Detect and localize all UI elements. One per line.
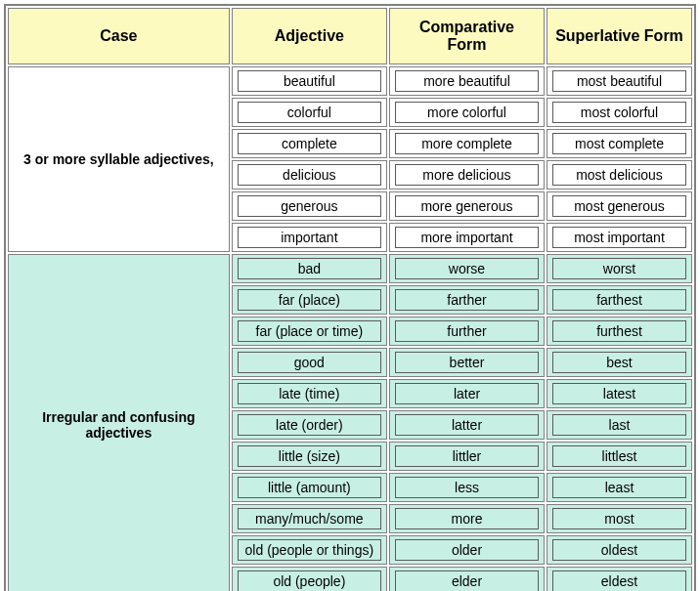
adjective-cell: little (size) xyxy=(232,442,387,471)
adjective-value: generous xyxy=(238,195,381,217)
comparative-value: farther xyxy=(395,289,539,311)
superlative-cell: most delicious xyxy=(547,160,692,190)
comparative-value: further xyxy=(395,320,539,342)
adjective-value: little (amount) xyxy=(238,477,381,498)
adjective-value: late (time) xyxy=(238,383,381,404)
comparative-value: better xyxy=(395,352,539,373)
adjective-cell: old (people or things) xyxy=(232,535,387,565)
superlative-cell: most xyxy=(547,504,692,533)
comparative-value: older xyxy=(395,539,539,561)
comparative-value: more complete xyxy=(395,133,539,154)
superlative-cell: furthest xyxy=(547,317,692,346)
superlative-value: most delicious xyxy=(552,164,686,186)
comparative-cell: farther xyxy=(389,285,545,315)
superlative-value: worst xyxy=(552,258,686,279)
comparative-cell: more important xyxy=(389,223,545,252)
adjective-cell: beautiful xyxy=(232,66,387,96)
superlative-value: least xyxy=(552,477,686,498)
comparative-cell: littler xyxy=(389,442,545,471)
comparative-cell: more delicious xyxy=(389,160,545,190)
superlative-value: most important xyxy=(552,227,686,248)
adjective-value: old (people or things) xyxy=(238,539,381,561)
superlative-cell: least xyxy=(547,473,692,502)
adjective-forms-table: Case Adjective Comparative Form Superlat… xyxy=(4,4,696,591)
adjective-value: beautiful xyxy=(238,70,381,92)
adjective-value: late (order) xyxy=(238,414,381,436)
superlative-value: furthest xyxy=(552,320,686,342)
table-row: Irregular and confusing adjectivesbadwor… xyxy=(8,254,692,283)
superlative-cell: worst xyxy=(547,254,692,283)
adjective-cell: far (place) xyxy=(232,285,387,315)
adjective-cell: generous xyxy=(232,191,387,221)
adjective-cell: important xyxy=(232,223,387,252)
superlative-value: latest xyxy=(552,383,686,404)
superlative-cell: last xyxy=(547,410,692,440)
adjective-value: complete xyxy=(238,133,381,154)
adjective-cell: little (amount) xyxy=(232,473,387,502)
adjective-value: colorful xyxy=(238,102,381,123)
header-superlative: Superlative Form xyxy=(547,8,692,64)
adjective-cell: late (time) xyxy=(232,379,387,408)
superlative-cell: best xyxy=(547,348,692,377)
comparative-cell: better xyxy=(389,348,545,377)
superlative-value: most colorful xyxy=(552,102,686,123)
adjective-value: bad xyxy=(238,258,381,279)
superlative-value: eldest xyxy=(552,570,686,591)
header-adjective: Adjective xyxy=(232,8,387,64)
superlative-cell: latest xyxy=(547,379,692,408)
adjective-cell: old (people) xyxy=(232,567,387,591)
comparative-value: more important xyxy=(395,227,539,248)
comparative-cell: more colorful xyxy=(389,98,545,127)
superlative-cell: most colorful xyxy=(547,98,692,127)
superlative-value: littlest xyxy=(552,445,686,467)
adjective-value: important xyxy=(238,227,381,248)
adjective-cell: bad xyxy=(232,254,387,283)
comparative-value: less xyxy=(395,477,539,498)
case-label: Irregular and confusing adjectives xyxy=(8,254,230,591)
superlative-value: most generous xyxy=(552,195,686,217)
superlative-value: oldest xyxy=(552,539,686,561)
superlative-value: most beautiful xyxy=(552,70,686,92)
comparative-value: latter xyxy=(395,414,539,436)
comparative-cell: more xyxy=(389,504,545,533)
comparative-value: elder xyxy=(395,570,539,591)
comparative-value: littler xyxy=(395,445,539,467)
adjective-cell: complete xyxy=(232,129,387,158)
superlative-value: most complete xyxy=(552,133,686,154)
superlative-value: best xyxy=(552,352,686,373)
comparative-cell: more complete xyxy=(389,129,545,158)
superlative-cell: most important xyxy=(547,223,692,252)
superlative-value: farthest xyxy=(552,289,686,311)
header-case: Case xyxy=(8,8,230,64)
adjective-cell: many/much/some xyxy=(232,504,387,533)
comparative-cell: more beautiful xyxy=(389,66,545,96)
adjective-value: far (place or time) xyxy=(238,320,381,342)
superlative-cell: eldest xyxy=(547,567,692,591)
superlative-cell: most generous xyxy=(547,191,692,221)
adjective-value: delicious xyxy=(238,164,381,186)
superlative-cell: most complete xyxy=(547,129,692,158)
comparative-cell: worse xyxy=(389,254,545,283)
comparative-value: later xyxy=(395,383,539,404)
adjective-value: many/much/some xyxy=(238,508,381,529)
superlative-cell: farthest xyxy=(547,285,692,315)
comparative-value: more xyxy=(395,508,539,529)
header-comparative: Comparative Form xyxy=(389,8,545,64)
comparative-cell: later xyxy=(389,379,545,408)
superlative-value: last xyxy=(552,414,686,436)
case-label: 3 or more syllable adjectives, xyxy=(8,66,230,252)
comparative-cell: elder xyxy=(389,567,545,591)
adjective-cell: good xyxy=(232,348,387,377)
adjective-cell: delicious xyxy=(232,160,387,190)
comparative-value: worse xyxy=(395,258,539,279)
adjective-cell: far (place or time) xyxy=(232,317,387,346)
comparative-value: more colorful xyxy=(395,102,539,123)
superlative-cell: oldest xyxy=(547,535,692,565)
adjective-value: far (place) xyxy=(238,289,381,311)
comparative-cell: latter xyxy=(389,410,545,440)
adjective-value: good xyxy=(238,352,381,373)
adjective-cell: colorful xyxy=(232,98,387,127)
comparative-value: more beautiful xyxy=(395,70,539,92)
superlative-value: most xyxy=(552,508,686,529)
superlative-cell: littlest xyxy=(547,442,692,471)
